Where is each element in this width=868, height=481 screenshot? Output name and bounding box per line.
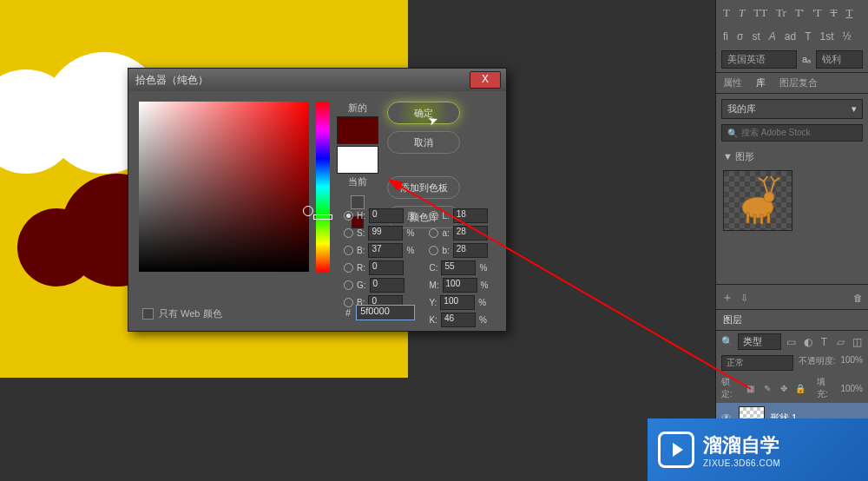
library-thumbnail[interactable]: [723, 170, 792, 231]
type-opt[interactable]: 'T: [812, 6, 821, 20]
filter-type-icon[interactable]: T: [819, 336, 831, 348]
close-button[interactable]: X: [470, 71, 501, 89]
filter-shape-icon[interactable]: ▱: [834, 336, 846, 348]
radio-b[interactable]: [344, 246, 353, 255]
c-input[interactable]: 55: [441, 260, 476, 275]
web-only-label: 只有 Web 颜色: [159, 307, 222, 320]
type-opt[interactable]: ad: [785, 30, 796, 43]
k-input[interactable]: 46: [441, 313, 476, 327]
lock-trans-icon[interactable]: ▦: [745, 384, 756, 393]
language-row: 美国英语 aₐ 锐利: [716, 47, 868, 72]
type-opt[interactable]: T: [831, 6, 838, 20]
tab-properties[interactable]: 属性: [716, 73, 749, 93]
radio-h[interactable]: [344, 211, 353, 221]
search-input[interactable]: 🔍 搜索 Adobe Stock: [721, 124, 863, 142]
type-opt[interactable]: st: [752, 30, 760, 43]
y-input[interactable]: 100: [440, 295, 475, 310]
add-icon[interactable]: ＋: [721, 290, 733, 306]
opacity-label: 不透明度:: [799, 355, 836, 371]
sv-cursor: [303, 206, 313, 216]
web-only-checkbox[interactable]: 只有 Web 颜色: [142, 307, 222, 320]
type-opt[interactable]: T: [845, 6, 852, 20]
new-color-swatch: [337, 116, 378, 144]
filter-smart-icon[interactable]: ◫: [851, 336, 863, 348]
lab-b-input[interactable]: 28: [453, 243, 488, 258]
lock-paint-icon[interactable]: ✎: [762, 384, 773, 393]
watermark-title: 溜溜自学: [703, 432, 780, 458]
type-opt[interactable]: T: [739, 6, 745, 20]
bucket-icon[interactable]: ⇩: [740, 293, 748, 304]
chevron-down-icon: ▾: [852, 103, 857, 115]
type-opt[interactable]: T': [795, 6, 804, 20]
dialog-title-text: 拾色器（纯色）: [135, 73, 208, 88]
layers-filter-row: 🔍 类型 ▭ ◐ T ▱ ◫: [716, 331, 868, 353]
radio-r[interactable]: [344, 263, 353, 273]
opacity-value[interactable]: 100%: [840, 355, 863, 371]
type-opt[interactable]: T: [805, 30, 811, 43]
svg-rect-3: [760, 214, 763, 224]
layers-tab[interactable]: 图层: [716, 309, 868, 331]
ok-button[interactable]: 确定 ➤: [387, 102, 460, 124]
library-footer: ＋ ⇩ 🗑: [716, 287, 868, 309]
filter-type[interactable]: 类型: [738, 333, 781, 350]
cursor-icon: ➤: [426, 111, 441, 128]
fill-value[interactable]: 100%: [840, 384, 863, 393]
trash-icon[interactable]: 🗑: [853, 293, 863, 303]
blend-row: 正常 不透明度: 100%: [716, 353, 868, 373]
radio-g[interactable]: [344, 280, 353, 290]
radio-bl[interactable]: [429, 246, 438, 255]
saturation-value-field[interactable]: [139, 102, 309, 272]
current-label: 当前: [348, 175, 367, 188]
cancel-button[interactable]: 取消: [387, 131, 460, 154]
h-input[interactable]: 0: [369, 208, 404, 223]
section-graphics[interactable]: ▼ 图形: [716, 147, 868, 167]
hue-slider[interactable]: [316, 102, 330, 272]
lock-pos-icon[interactable]: ✥: [779, 384, 790, 393]
radio-a[interactable]: [429, 228, 438, 238]
current-color-swatch[interactable]: [337, 146, 378, 174]
type-opt[interactable]: A: [769, 30, 776, 43]
radio-s[interactable]: [344, 228, 353, 238]
svg-rect-4: [767, 213, 770, 223]
watermark: 溜溜自学 ZIXUE.3D66.COM: [648, 418, 868, 481]
radio-l[interactable]: [429, 211, 438, 221]
lock-label: 锁定:: [721, 376, 740, 400]
m-input[interactable]: 100: [443, 278, 477, 293]
gamut-warning-icon[interactable]: [351, 195, 365, 209]
lock-all-icon[interactable]: 🔒: [795, 384, 806, 393]
hue-slider-handle[interactable]: [313, 214, 332, 220]
antialias-select[interactable]: 锐利: [816, 50, 863, 69]
type-opt[interactable]: 1st: [819, 30, 833, 43]
filter-img-icon[interactable]: ▭: [786, 336, 798, 348]
language-select[interactable]: 美国英语: [721, 50, 797, 69]
svg-point-5: [764, 192, 774, 202]
b-input[interactable]: 37: [368, 243, 403, 258]
type-opt[interactable]: σ: [737, 30, 743, 43]
tab-layercomp[interactable]: 图层复合: [773, 73, 825, 93]
type-opt[interactable]: Tr: [776, 6, 786, 20]
type-opt[interactable]: ½: [842, 30, 851, 43]
type-opt[interactable]: fi: [723, 30, 728, 43]
fill-label: 填充:: [817, 376, 835, 400]
dialog-titlebar[interactable]: 拾色器（纯色） X: [128, 69, 506, 91]
blend-mode-select[interactable]: 正常: [721, 355, 793, 371]
l-input[interactable]: 18: [453, 208, 488, 223]
svg-rect-2: [753, 214, 756, 224]
add-swatch-button[interactable]: 添加到色板: [387, 176, 460, 199]
type-options-row1[interactable]: T T TT Tr T' 'T T T: [716, 0, 868, 26]
s-input[interactable]: 99: [368, 226, 403, 240]
checkbox-icon[interactable]: [142, 308, 154, 320]
filter-adj-icon[interactable]: ◐: [802, 336, 814, 348]
r-input[interactable]: 0: [369, 260, 404, 275]
filter-icon[interactable]: 🔍: [721, 336, 733, 347]
tab-library[interactable]: 库: [749, 73, 773, 93]
type-opt[interactable]: TT: [753, 6, 767, 20]
hex-input[interactable]: 5f0000: [356, 305, 415, 320]
type-options-row2[interactable]: fi σ st A ad T 1st ½: [716, 26, 868, 47]
type-opt[interactable]: T: [723, 6, 730, 20]
g-input[interactable]: 0: [370, 278, 404, 293]
a-input[interactable]: 28: [453, 226, 488, 240]
library-select[interactable]: 我的库 ▾: [721, 99, 863, 119]
color-picker-dialog: 拾色器（纯色） X 新的 当前 确定 ➤ 取消 添加到色板 颜色: [128, 68, 507, 332]
search-icon: 🔍: [727, 128, 738, 138]
